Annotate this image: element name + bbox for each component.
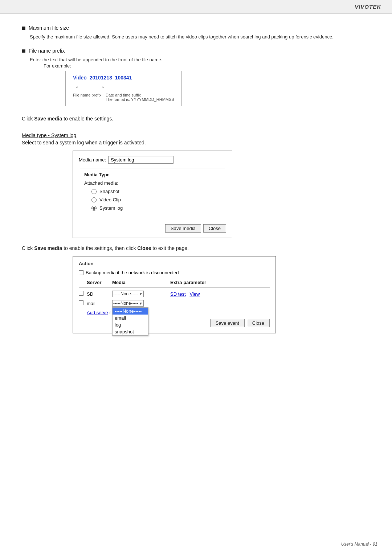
radio-btn-snapshot[interactable] — [91, 189, 97, 194]
table-header: Server Media Extra parameter — [79, 280, 270, 288]
mail-dropdown-list: -----None----- email log snapshot — [112, 307, 148, 336]
row-checkbox-mail — [79, 300, 87, 306]
brand-name: VIVOTEK — [355, 4, 381, 10]
for-example-label: For example: — [44, 63, 370, 69]
action-bottom-buttons: Save event Close — [79, 319, 270, 327]
action-box: Action Backup media if the network is di… — [73, 256, 276, 333]
media-type-group: Media Type Attached media: Snapshot Vide… — [79, 168, 226, 219]
diagram-labels: File name prefix Date and time suffix Th… — [73, 93, 174, 102]
diagram-right-labels: Date and time suffix The format is: YYYY… — [106, 93, 174, 102]
label-left: File name prefix — [73, 93, 106, 102]
media-name-row: Media name: — [79, 156, 226, 164]
add-server-link[interactable]: Add serve — [87, 310, 108, 315]
close-dialog-button[interactable]: Close — [203, 224, 226, 233]
top-bar: VIVOTEK — [0, 0, 392, 14]
save-media-bold-2: Save media — [34, 245, 62, 251]
action-title: Action — [79, 261, 270, 266]
media-type-description: Select to send a system log when a trigg… — [22, 140, 370, 145]
max-file-size-heading: Maximum file size — [29, 25, 69, 31]
radio-systemlog[interactable]: System log — [91, 205, 221, 211]
sd-test-link[interactable]: SD test — [170, 291, 186, 297]
col-server-header: Server — [87, 280, 112, 285]
dropdown-option-none[interactable]: -----None----- — [113, 308, 148, 315]
file-name-prefix-description: Enter the text that will be appended to … — [30, 56, 370, 63]
dropdown-option-email[interactable]: email — [113, 315, 148, 321]
add-server-text-r: r — [110, 310, 111, 315]
radio-label-snapshot: Snapshot — [99, 189, 119, 194]
format-label: The format is: YYYYMMDD_HHMMSS — [106, 97, 174, 102]
sd-dropdown-arrow: ▼ — [139, 292, 143, 296]
date-time-suffix-label: Date and time suffix — [106, 93, 174, 97]
radio-btn-systemlog[interactable] — [91, 206, 97, 211]
media-type-title: Media type - System log — [22, 132, 370, 138]
table-row-mail: mail -----None----- ▼ -----None----- ema… — [79, 300, 270, 307]
media-type-system-log-section: Media type - System log Select to send a… — [22, 132, 370, 238]
action-close-button[interactable]: Close — [247, 319, 270, 327]
table-row-sd: SD -----None----- ▼ SD test View — [79, 291, 270, 297]
arrows-row: ↑ ↑ — [75, 84, 174, 92]
max-file-size-description: Specify the maximum file size allowed. S… — [30, 33, 370, 41]
arrow-left-icon: ↑ — [75, 84, 79, 92]
attached-media-label: Attached media: — [84, 180, 221, 186]
max-file-size-heading-row: ■ Maximum file size — [22, 25, 370, 32]
bullet-icon: ■ — [22, 24, 26, 32]
filename-example: Video_20101213_100341 — [73, 75, 174, 81]
mail-media-dropdown[interactable]: -----None----- ▼ — [112, 300, 144, 307]
add-server-row: Add serve r dia i — [79, 309, 270, 315]
mail-checkbox[interactable] — [79, 300, 83, 305]
sd-checkbox[interactable] — [79, 291, 83, 296]
sd-dropdown-value: -----None----- — [113, 291, 138, 296]
filename-diagram: Video_20101213_100341 ↑ ↑ File name pref… — [65, 71, 182, 106]
save-media-button[interactable]: Save media — [165, 224, 201, 233]
save-close-text: Click Save media to enable the settings,… — [22, 245, 370, 251]
max-file-size-section: ■ Maximum file size Specify the maximum … — [22, 25, 370, 41]
mail-dropdown-arrow: ▼ — [139, 301, 143, 305]
system-log-dialog: Media name: Media Type Attached media: S… — [73, 151, 232, 238]
dialog-buttons: Save media Close — [79, 224, 226, 233]
mail-dropdown-container: -----None----- ▼ -----None----- email lo… — [112, 300, 144, 307]
sd-media-dropdown[interactable]: -----None----- ▼ — [112, 291, 144, 297]
file-name-prefix-heading-row: ■ File name prefix — [22, 48, 370, 55]
save-media-text-1: Click Save media to enable the settings. — [22, 116, 370, 122]
media-name-label: Media name: — [79, 157, 106, 163]
bullet-icon-2: ■ — [22, 47, 26, 55]
media-type-legend: Media Type — [84, 172, 221, 177]
row-checkbox-sd — [79, 291, 87, 297]
save-media-bold-1: Save media — [34, 116, 62, 122]
radio-label-systemlog: System log — [99, 205, 123, 211]
radio-label-videoclip: Video Clip — [99, 197, 121, 202]
file-name-prefix-section: ■ File name prefix Enter the text that w… — [22, 48, 370, 109]
row-media-mail: -----None----- ▼ -----None----- email lo… — [112, 300, 170, 307]
file-name-prefix-heading: File name prefix — [29, 48, 65, 54]
file-name-prefix-label: File name prefix — [73, 93, 101, 97]
main-content: ■ Maximum file size Specify the maximum … — [0, 14, 392, 362]
dropdown-option-snapshot[interactable]: snapshot — [113, 328, 148, 335]
radio-snapshot[interactable]: Snapshot — [91, 189, 221, 194]
arrow-right-icon: ↑ — [101, 84, 105, 92]
radio-videoclip[interactable]: Video Clip — [91, 197, 221, 202]
row-server-mail: mail — [87, 301, 112, 306]
row-extra-sd: SD test View — [170, 291, 270, 297]
backup-checkbox[interactable] — [79, 270, 83, 275]
backup-row: Backup media if the network is disconnec… — [79, 270, 270, 275]
dropdown-option-log[interactable]: log — [113, 321, 148, 328]
mail-dropdown-value: -----None----- — [113, 301, 138, 306]
page-footer: User's Manual - 91 — [341, 542, 377, 547]
media-name-input[interactable] — [108, 156, 173, 164]
view-link[interactable]: View — [189, 291, 200, 297]
close-bold: Close — [137, 245, 151, 251]
col-media-header: Media — [112, 280, 170, 285]
row-media-sd: -----None----- ▼ — [112, 291, 170, 297]
col-extra-header: Extra parameter — [170, 280, 270, 285]
save-event-button[interactable]: Save event — [210, 319, 245, 327]
radio-btn-videoclip[interactable] — [91, 197, 97, 202]
page: VIVOTEK ■ Maximum file size Specify the … — [0, 0, 392, 554]
row-server-sd: SD — [87, 291, 112, 297]
backup-label: Backup media if the network is disconnec… — [86, 270, 179, 275]
